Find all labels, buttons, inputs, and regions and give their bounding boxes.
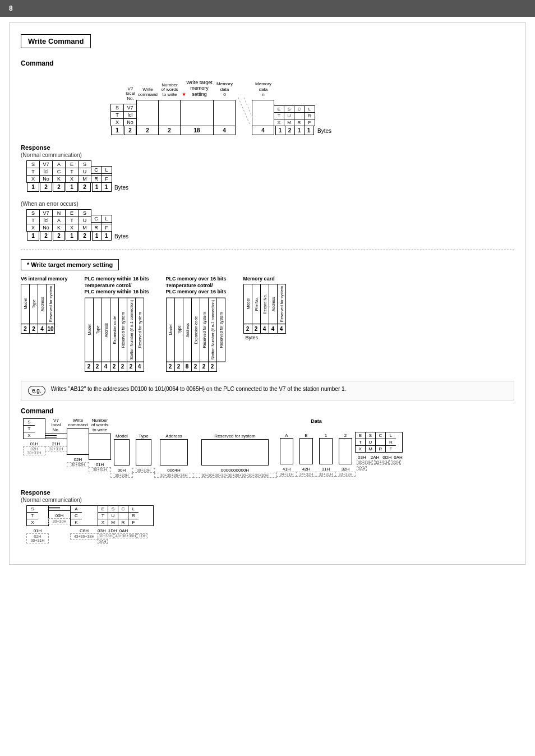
plc16-station: Station Number (if n-1 connection) bbox=[127, 298, 136, 362]
resp-crlf: C R L F 1 1 bbox=[91, 166, 112, 192]
example-command-label: Command bbox=[21, 407, 514, 415]
plc16-model: Model bbox=[85, 298, 94, 362]
memory-card-section: Memory card Model File No. Record No. Ad… bbox=[243, 276, 286, 340]
mc-recordno: Record No. bbox=[260, 284, 269, 324]
err-etx: E T X 1 bbox=[66, 209, 79, 241]
ex-writecmd-col: Writecommand 02H 30+32H bbox=[67, 418, 89, 468]
memory-data-n-block: Memorydatan 4 bbox=[252, 71, 274, 135]
page-header: 8 bbox=[0, 0, 535, 17]
v7-local-block: V7localNo. V7 lcl No 2 bbox=[124, 75, 137, 135]
response-normal-section: Response (Normal communication) S T X 1 … bbox=[21, 144, 514, 192]
eg-text: Writes "AB12" to the addresses D0100 to … bbox=[51, 386, 347, 392]
resp-etx: E T X 1 bbox=[66, 160, 79, 192]
v6-address-cell: Address bbox=[38, 284, 47, 324]
num-words-block: Numberof wordsto write 2 bbox=[159, 71, 181, 135]
ex-reserved-col: Reserved for system 0000000000H 30+30+30… bbox=[193, 418, 277, 478]
write-command-block: Writecommand 2 bbox=[137, 71, 159, 135]
svg-line-0 bbox=[238, 98, 250, 124]
resp-bytes-label: Bytes bbox=[114, 185, 128, 191]
mc-reserved: Reserved for system bbox=[277, 284, 286, 324]
example-box: e.g. Writes "AB12" to the addresses D010… bbox=[21, 381, 514, 400]
v6-type-cell: Type bbox=[29, 284, 38, 324]
ex-numwords-col: Numberof wordsto write 01H 30+31H bbox=[89, 418, 111, 472]
plc-over16-address: Address bbox=[183, 298, 192, 362]
memory-card-title: Memory card bbox=[243, 276, 286, 282]
example-response-section: Response (Normal communication) S T X 01… bbox=[21, 489, 514, 544]
data-ellipsis bbox=[236, 98, 252, 124]
response-label: Response bbox=[21, 144, 514, 151]
plc-over16-type: Type bbox=[174, 298, 183, 362]
ex-stx-col: S T X 01H 02H30+31H bbox=[23, 418, 45, 455]
ex-resp-ack: A C K C6H 43+36+38H bbox=[70, 505, 98, 540]
ex-response-sublabel: (Normal communication) bbox=[21, 497, 514, 503]
command-label: Command bbox=[21, 59, 514, 67]
resp-sum: S U M 2 bbox=[79, 160, 91, 192]
write-target-title: * Write target memory setting bbox=[21, 259, 119, 270]
plc16-reserved2: Reserved for system bbox=[135, 298, 144, 362]
plc16-type: Type bbox=[93, 298, 102, 362]
error-label: (When an error occurs) bbox=[21, 201, 514, 207]
resp-ack: A C K 2 bbox=[53, 160, 66, 192]
mc-address: Address bbox=[269, 284, 278, 324]
write-target-block: ★ Write targetmemorysetting 18 bbox=[181, 71, 214, 135]
plc16-expansion: Expansion code bbox=[110, 298, 119, 362]
ex-address-col: Address 0064H 30+30+36+34H bbox=[154, 418, 193, 478]
err-bytes-label: Bytes bbox=[114, 233, 128, 239]
mc-model: Model bbox=[243, 284, 252, 324]
err-v7: V7 lcl No 2 bbox=[40, 209, 53, 241]
plc-over16-model: Model bbox=[166, 298, 175, 362]
memory-data-0-block: Memorydata0 4 bbox=[214, 71, 236, 135]
ex-data-section: Data A 41H 34+31H B 42H 34+32H bbox=[277, 418, 356, 477]
err-sum: S U M 2 bbox=[79, 209, 91, 241]
err-stx: S T X 1 bbox=[26, 209, 40, 241]
err-nak: N A K 2 bbox=[53, 209, 66, 241]
err-crlf: C R L F 1 1 bbox=[91, 215, 112, 241]
ex-v7-col: V7localNo. 21H 32+31H bbox=[45, 418, 67, 451]
plc-over16-reserved2: Reserved for system bbox=[216, 298, 225, 362]
etx-block: E S C L T U R X M R F bbox=[274, 76, 315, 135]
resp-stx: S T X 1 bbox=[26, 160, 40, 192]
command-bytes-label: Bytes bbox=[317, 128, 331, 134]
main-content: Write Command Command S T X 1 V7localNo.… bbox=[9, 22, 526, 565]
plc-over16-memory: PLC memory over 16 bitsTemperature cotro… bbox=[166, 276, 227, 372]
ex-type-col: Type 30+30H bbox=[132, 418, 155, 473]
resp-v7: V7 lcl No 2 bbox=[40, 160, 53, 192]
ex-etxsum-section: E S C L T U R X M R F bbox=[356, 418, 403, 471]
response-error-section: (When an error occurs) S T X 1 V7 lcl No… bbox=[21, 201, 514, 241]
ex-model-col: Model 00H 30+30H bbox=[110, 418, 133, 478]
v6-reserved-cell: Reserved for system bbox=[46, 284, 55, 324]
v6-model-cell: Model bbox=[21, 284, 30, 324]
plc-over16-expansion: Expansion code bbox=[191, 298, 200, 362]
plc-16-memory: PLC memory within 16 bitsTemperature cot… bbox=[85, 276, 149, 372]
ex-resp-etxsum: E S C L T U R X M R F bbox=[98, 505, 154, 544]
example-command-section: Command S T X 01H 02H30+31H V7localNo. bbox=[21, 407, 514, 478]
plc-over16-station: Station Number (if n-1 connection) bbox=[208, 298, 217, 362]
plc16-address: Address bbox=[102, 298, 110, 362]
write-command-title: Write Command bbox=[21, 34, 91, 48]
command-section: Command S T X 1 V7localNo. V7 lcl No bbox=[21, 59, 514, 135]
eg-label: e.g. bbox=[28, 386, 45, 395]
ex-resp-stx: S T X 01H 02H30+31H bbox=[26, 505, 49, 543]
write-target-section: * Write target memory setting V6 interna… bbox=[21, 259, 514, 372]
page-number: 8 bbox=[9, 4, 13, 12]
plc16-title: PLC memory within 16 bitsTemperature cot… bbox=[85, 276, 149, 296]
ex-response-label: Response bbox=[21, 489, 514, 496]
section-divider bbox=[21, 250, 514, 250]
mc-fileno: File No. bbox=[252, 284, 261, 324]
plc16-reserved: Reserved for system bbox=[118, 298, 127, 362]
stx-block: S T X 1 bbox=[110, 75, 124, 135]
plc-over16-reserved: Reserved for system bbox=[200, 298, 209, 362]
mc-bytes: Bytes bbox=[246, 335, 259, 340]
plc-over16-title: PLC memory over 16 bitsTemperature cotro… bbox=[166, 276, 227, 296]
v6-title: V6 internal memory bbox=[21, 276, 68, 282]
v6-internal-memory: V6 internal memory Model Type Address Re… bbox=[21, 276, 68, 334]
ex-resp-v7: 00H 30+30H bbox=[48, 505, 71, 524]
response-sublabel: (Normal communication) bbox=[21, 152, 514, 158]
